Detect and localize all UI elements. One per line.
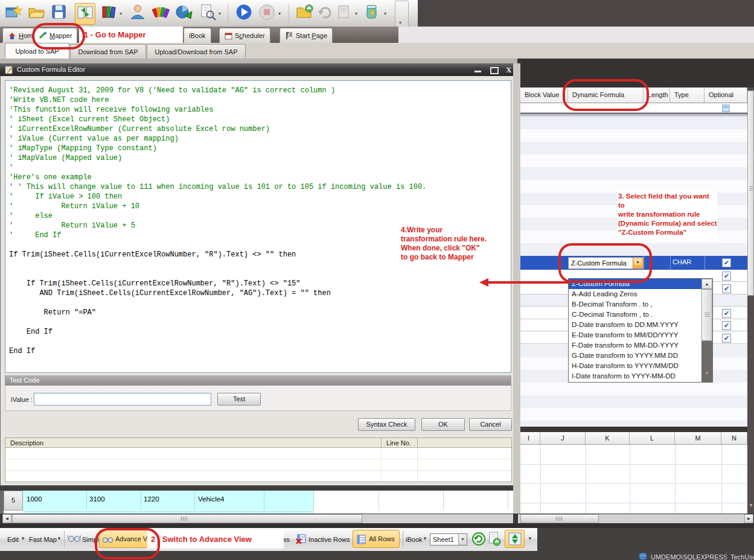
excel-column-header[interactable]: N <box>721 432 747 445</box>
refresh-icon[interactable] <box>315 3 334 24</box>
optional-checkbox[interactable]: ✔ <box>722 309 731 318</box>
all-rows-button[interactable]: All Rows <box>353 530 400 548</box>
power-dropdown-arrow[interactable]: ▾ <box>384 11 386 16</box>
dropdown-item[interactable]: H-Date transform to YYYY/MM/DD <box>569 361 702 371</box>
maximize-button[interactable] <box>490 67 499 74</box>
dropdown-item[interactable]: G-Date transform to YYYY.MM.DD <box>569 351 702 361</box>
edit-dropdown-arrow[interactable]: ▼ <box>21 536 25 541</box>
dropdown-item[interactable]: C-Decimal Transform , to . <box>569 310 702 320</box>
optional-checkbox[interactable]: ✔ <box>722 258 731 267</box>
ivalue-input[interactable] <box>34 393 211 406</box>
tab-scheduler[interactable]: Scheduler <box>219 28 270 43</box>
dropdown-item[interactable]: E-Date transform to MM/DD/YYYY <box>569 330 702 340</box>
scroll-right-button[interactable]: ► <box>744 514 753 523</box>
tab-download-from-sap[interactable]: Download from SAP <box>70 44 146 59</box>
editor-title-bar[interactable]: Custom Formula Editor <box>0 63 517 76</box>
sheet-cell[interactable]: Vehicle4 <box>198 495 224 503</box>
code-line <box>9 269 511 279</box>
sheet-cell[interactable]: 1000 <box>27 495 42 503</box>
minimize-button[interactable] <box>474 71 481 72</box>
database-icon <box>639 553 648 560</box>
scroll-down-arrow[interactable]: ▼ <box>704 371 709 376</box>
dropdown-item[interactable]: D-Date transform to DD.MM.YYYY <box>569 320 702 330</box>
notepad-icon <box>5 66 13 74</box>
sheet-cell[interactable]: 3100 <box>89 495 105 503</box>
dropdown-item[interactable]: A-Add Leading Zeros <box>569 289 702 299</box>
optional-checkbox[interactable]: ✔ <box>722 334 731 343</box>
dropdown-item[interactable]: F-Date transform to MM-DD-YYYY <box>569 340 702 351</box>
new-mapping-icon[interactable] <box>4 3 23 24</box>
dropdown-item[interactable]: B-Decimal Transform . to , <box>569 299 702 310</box>
excel-column-header[interactable]: J <box>540 432 586 445</box>
open-folder-icon[interactable] <box>27 3 46 24</box>
sheet-selector-arrow[interactable]: ▼ <box>458 534 467 545</box>
all-rows-icon <box>356 535 366 545</box>
code-line: ' iSheet (Excel current Sheet Object) <box>9 115 511 124</box>
export-icon[interactable] <box>488 532 501 546</box>
excel-column-header[interactable]: K <box>586 432 630 445</box>
syntax-check-button[interactable]: Syntax Check <box>358 418 415 431</box>
optional-checkbox[interactable]: ✔ <box>722 284 731 293</box>
scrollbar-thumb[interactable] <box>747 91 754 296</box>
sync-button[interactable] <box>505 530 525 548</box>
column-header-block-value[interactable]: Block Value <box>520 88 568 103</box>
user-icon[interactable] <box>128 3 147 24</box>
inactive-rows-button[interactable]: Inactive Rows <box>308 536 350 543</box>
column-header-optional[interactable]: Optional <box>704 88 747 103</box>
dropdown-item[interactable]: I-Date transform to YYYY-MM-DD <box>569 371 702 381</box>
tab-upload-download-from-sap[interactable]: Upload/Download from SAP <box>147 44 246 59</box>
row-header[interactable]: 5 <box>4 491 23 511</box>
dropdown-scrollbar[interactable]: ▲ ▼ <box>701 279 712 382</box>
code-line: ' else <box>9 211 511 221</box>
document-search-icon[interactable] <box>198 3 217 24</box>
mapped-row-highlight <box>23 491 314 511</box>
sheet-cell[interactable]: 1220 <box>144 495 159 503</box>
toolbar-overflow-button[interactable]: ▾ <box>395 1 409 27</box>
refresh-green-icon[interactable] <box>471 532 486 546</box>
toolbar-more-arrow[interactable]: ▼ <box>528 536 532 541</box>
ibook-dropdown-arrow[interactable]: ▼ <box>423 536 427 541</box>
application-window: ▾ ▾ ▾ ▾ ▾ ▾ Home Mapper 1 - Go to Mapper… <box>0 0 754 560</box>
test-button[interactable]: Test <box>217 393 261 406</box>
edit-menu[interactable]: Edit <box>7 536 19 543</box>
user-name: TechUser <box>730 553 754 560</box>
save-icon[interactable] <box>50 3 69 24</box>
fast-map-menu[interactable]: Fast Map <box>29 536 57 543</box>
document-search-dropdown-arrow[interactable]: ▾ <box>219 11 221 16</box>
left-hscrollbar-thumb[interactable] <box>12 514 362 523</box>
scrollbar-thumb[interactable] <box>701 289 712 341</box>
tab-start-page[interactable]: Start Page <box>280 28 333 43</box>
formula-dropdown-list[interactable]: Z-Custom FormulaA-Add Leading ZerosB-Dec… <box>568 278 713 383</box>
scroll-left-button[interactable]: ◄ <box>2 514 11 523</box>
excel-column-header[interactable]: M <box>675 432 721 445</box>
books-dropdown-arrow[interactable]: ▾ <box>120 11 122 16</box>
excel-column-header[interactable]: L <box>630 432 675 445</box>
run-icon[interactable] <box>234 3 254 24</box>
optional-checkbox[interactable]: ✔ <box>722 321 731 330</box>
stop-dropdown-arrow[interactable]: ▾ <box>278 11 281 16</box>
ibook-menu[interactable]: iBook <box>406 536 423 543</box>
palette-icon[interactable] <box>151 3 170 24</box>
optional-checkbox[interactable]: ✔ <box>722 272 731 281</box>
swap-view-icon[interactable] <box>75 3 95 25</box>
books-icon[interactable] <box>99 3 118 24</box>
open-from-sap-icon[interactable] <box>295 3 314 24</box>
sheet-selector[interactable]: Sheet1 ▼ <box>430 533 467 546</box>
chart-icon[interactable] <box>174 3 193 24</box>
tab-ibook[interactable]: iBook <box>184 28 211 43</box>
code-line: 'Revised August 31, 2009 for V8 ('Need t… <box>9 86 511 95</box>
excel-column-header[interactable]: I <box>517 432 540 445</box>
scroll-down-arrow[interactable]: ▼ <box>749 503 753 508</box>
power-icon[interactable] <box>362 3 382 24</box>
column-header-type[interactable]: Type <box>670 88 704 103</box>
ok-button[interactable]: OK <box>421 418 465 431</box>
cancel-button[interactable]: Cancel <box>469 418 512 431</box>
scroll-up-button[interactable]: ▲ <box>701 279 712 289</box>
publish-dropdown-arrow[interactable]: ▾ <box>355 11 357 16</box>
close-button[interactable]: X <box>506 65 511 75</box>
right-vertical-scrollbar[interactable]: ▼ <box>747 88 754 514</box>
stop-icon[interactable] <box>257 3 276 24</box>
fast-map-dropdown-arrow[interactable]: ▼ <box>57 536 62 541</box>
code-line: If Trim(iSheet.Cells(iCurrentExcelRowNum… <box>9 279 511 288</box>
publish-icon[interactable] <box>334 3 354 24</box>
